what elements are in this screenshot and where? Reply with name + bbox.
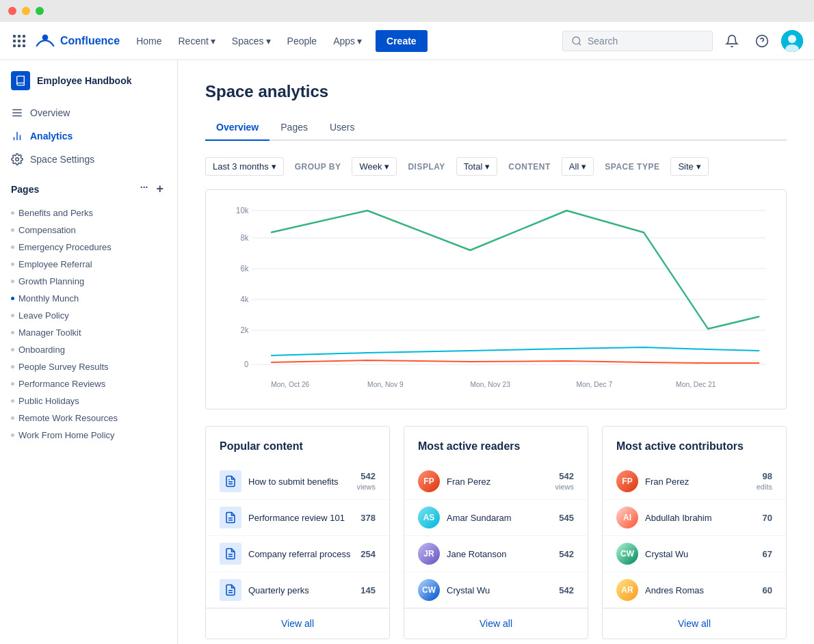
help-icon[interactable] bbox=[751, 30, 773, 52]
chart-svg: 10k 8k 6k 4k 2k 0 Mon, Oct 26 Mon, Nov 9… bbox=[220, 204, 772, 395]
close-btn[interactable] bbox=[8, 7, 16, 15]
logo[interactable]: Confluence bbox=[36, 31, 120, 51]
date-range-filter[interactable]: Last 3 months ▾ bbox=[205, 157, 284, 176]
active-contributors-view-all[interactable]: View all bbox=[603, 608, 786, 639]
list-item: Performance review 101 378 bbox=[206, 499, 389, 535]
contributor-name: Crystal Wu bbox=[645, 549, 756, 559]
list-item[interactable]: Performance Reviews bbox=[0, 375, 177, 392]
active-contributors-list: FP Fran Perez 98 edits AI Abdullah Ibrah… bbox=[603, 464, 786, 608]
tab-users[interactable]: Users bbox=[319, 115, 366, 141]
maximize-btn[interactable] bbox=[36, 7, 44, 15]
reader-name: Jane Rotanson bbox=[447, 549, 552, 559]
notifications-icon[interactable] bbox=[721, 30, 743, 52]
content-name: Performance review 101 bbox=[248, 513, 354, 523]
minimize-btn[interactable] bbox=[22, 7, 30, 15]
reader-count: 542 bbox=[559, 585, 574, 595]
dot-icon bbox=[11, 331, 14, 334]
space-type-filter[interactable]: Site ▾ bbox=[670, 157, 708, 176]
sidebar-analytics-label: Analytics bbox=[30, 131, 73, 142]
nav-people[interactable]: People bbox=[282, 31, 323, 51]
nav-home[interactable]: Home bbox=[131, 31, 167, 51]
sidebar-item-analytics[interactable]: Analytics bbox=[0, 124, 177, 148]
list-item[interactable]: Leave Policy bbox=[0, 307, 177, 324]
svg-text:Mon, Nov 9: Mon, Nov 9 bbox=[367, 380, 404, 388]
space-name: Employee Handbook bbox=[37, 75, 131, 86]
svg-text:0: 0 bbox=[244, 360, 249, 368]
search-placeholder: Search bbox=[588, 36, 618, 46]
active-readers-list: FP Fran Perez 542 views AS Amar Sundaram… bbox=[404, 464, 588, 608]
tab-pages[interactable]: Pages bbox=[270, 115, 319, 141]
svg-line-11 bbox=[579, 43, 581, 45]
list-item[interactable]: People Survey Results bbox=[0, 358, 177, 375]
page-icon bbox=[220, 543, 241, 565]
reader-name: Crystal Wu bbox=[447, 585, 552, 595]
space-type-label: SPACE TYPE bbox=[605, 162, 659, 172]
list-item[interactable]: Public Holidays bbox=[0, 392, 177, 410]
list-item[interactable]: Emergency Procedures bbox=[0, 239, 177, 256]
sidebar-settings-label: Space Settings bbox=[30, 154, 94, 165]
list-item[interactable]: Employee Referral bbox=[0, 256, 177, 273]
logo-text: Confluence bbox=[60, 35, 120, 47]
content-name: Company referral process bbox=[248, 549, 354, 559]
grid-icon[interactable] bbox=[11, 33, 27, 49]
list-item[interactable]: Monthly Munch bbox=[0, 290, 177, 307]
pages-add-icon[interactable]: + bbox=[153, 182, 166, 196]
search-box[interactable]: Search bbox=[562, 31, 713, 51]
list-item[interactable]: Compensation bbox=[0, 222, 177, 239]
nav-recent[interactable]: Recent▾ bbox=[172, 31, 220, 51]
nav-spaces[interactable]: Spaces▾ bbox=[226, 31, 276, 51]
chart-area: 10k 8k 6k 4k 2k 0 Mon, Oct 26 Mon, Nov 9… bbox=[220, 204, 772, 395]
svg-rect-7 bbox=[18, 44, 21, 47]
sidebar: Employee Handbook Overview Analytics Spa… bbox=[0, 60, 178, 644]
avatar: AI bbox=[616, 507, 638, 528]
list-item[interactable]: Growth Planning bbox=[0, 273, 177, 290]
tab-overview[interactable]: Overview bbox=[205, 115, 270, 141]
pages-more-icon[interactable]: ··· bbox=[137, 182, 151, 196]
popular-content-view-all[interactable]: View all bbox=[206, 608, 389, 639]
dot-icon bbox=[11, 245, 14, 249]
list-item[interactable]: Benefits and Perks bbox=[0, 204, 177, 222]
topnav-right: Search bbox=[562, 30, 803, 52]
contributor-count: 70 bbox=[763, 513, 772, 523]
svg-text:Mon, Dec 7: Mon, Dec 7 bbox=[576, 380, 612, 388]
list-item[interactable]: Work From Home Policy bbox=[0, 427, 177, 444]
dot-icon bbox=[11, 416, 14, 420]
space-type-value: Site bbox=[678, 161, 693, 172]
content-label: CONTENT bbox=[508, 162, 551, 172]
sidebar-space-header[interactable]: Employee Handbook bbox=[0, 60, 177, 101]
svg-text:4k: 4k bbox=[240, 295, 248, 304]
list-item[interactable]: Remote Work Resources bbox=[0, 410, 177, 427]
analytics-chart: 10k 8k 6k 4k 2k 0 Mon, Oct 26 Mon, Nov 9… bbox=[205, 189, 787, 410]
svg-text:2k: 2k bbox=[240, 325, 248, 334]
user-avatar[interactable] bbox=[781, 30, 803, 52]
nav-apps[interactable]: Apps▾ bbox=[328, 31, 367, 51]
svg-rect-1 bbox=[18, 35, 21, 38]
dot-active-icon bbox=[11, 297, 14, 300]
active-readers-card: Most active readers FP Fran Perez 542 vi… bbox=[404, 426, 588, 639]
group-by-filter[interactable]: Week ▾ bbox=[352, 157, 397, 176]
cards-row: Popular content How to submit benefits 5… bbox=[205, 426, 787, 639]
sidebar-pages-header: Pages ··· + bbox=[11, 176, 166, 199]
svg-text:Mon, Nov 23: Mon, Nov 23 bbox=[470, 380, 510, 388]
svg-rect-6 bbox=[13, 44, 16, 47]
list-item[interactable]: Onboarding bbox=[0, 341, 177, 358]
avatar: CW bbox=[418, 579, 440, 601]
svg-rect-8 bbox=[23, 44, 25, 47]
content-value: All bbox=[569, 161, 579, 172]
contributor-count: 67 bbox=[763, 549, 772, 559]
display-filter[interactable]: Total ▾ bbox=[456, 157, 497, 176]
list-item[interactable]: Manager Toolkit bbox=[0, 324, 177, 341]
sidebar-item-settings[interactable]: Space Settings bbox=[0, 148, 177, 171]
dot-icon bbox=[11, 399, 14, 403]
list-item: FP Fran Perez 98 edits bbox=[603, 464, 786, 499]
create-button[interactable]: Create bbox=[376, 30, 428, 52]
layout: Employee Handbook Overview Analytics Spa… bbox=[0, 60, 814, 644]
main-content: Space analytics Overview Pages Users Las… bbox=[178, 60, 814, 644]
content-count: 145 bbox=[360, 585, 376, 595]
avatar: FP bbox=[616, 470, 638, 492]
content-filter[interactable]: All ▾ bbox=[562, 157, 594, 176]
active-readers-view-all[interactable]: View all bbox=[404, 608, 588, 639]
sidebar-item-overview[interactable]: Overview bbox=[0, 101, 177, 124]
page-icon bbox=[220, 507, 241, 528]
topnav: Confluence Home Recent▾ Spaces▾ People A… bbox=[0, 22, 814, 60]
